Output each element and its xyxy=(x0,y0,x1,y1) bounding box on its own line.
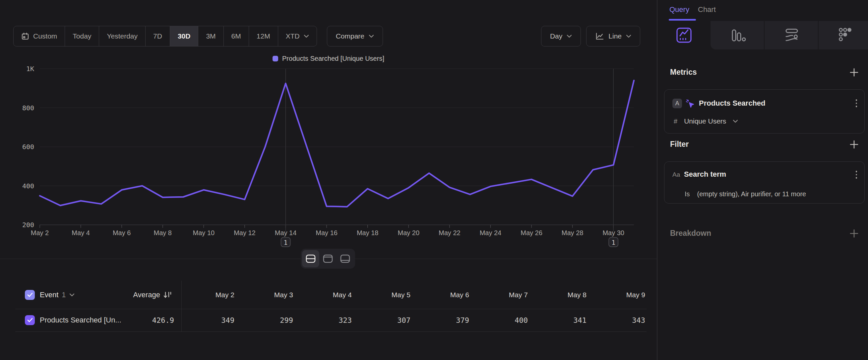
date-range-7d[interactable]: 7D xyxy=(145,26,170,46)
svg-text:May 4: May 4 xyxy=(72,229,90,237)
date-range-label: XTD xyxy=(286,32,300,40)
plus-icon xyxy=(849,67,859,77)
column-header-may-8[interactable]: May 8 xyxy=(528,291,587,299)
tab-retention[interactable] xyxy=(818,21,868,50)
metrics-section-title: Metrics xyxy=(670,68,697,77)
event-count: 1 xyxy=(62,290,66,299)
cell-value: 307 xyxy=(352,316,410,325)
metric-name: Products Searched xyxy=(699,99,766,108)
filter-property-name: Search term xyxy=(684,170,726,179)
filter-section-title: Filter xyxy=(670,140,689,149)
svg-text:May 26: May 26 xyxy=(521,229,542,237)
metric-card[interactable]: A Products Searched # Unique Users xyxy=(664,89,865,134)
row-values: 349299323307379400341343 xyxy=(176,316,645,325)
event-header[interactable]: Event 1 xyxy=(40,290,74,299)
add-metric-button[interactable] xyxy=(849,67,859,77)
filter-card[interactable]: Aa Search term Is (empty string), Air pu… xyxy=(664,161,865,203)
annotation-marker[interactable]: 1 xyxy=(281,238,290,247)
icon-tab-divider xyxy=(764,21,765,50)
svg-text:May 10: May 10 xyxy=(193,229,215,237)
check-icon xyxy=(27,318,33,323)
column-header-may-4[interactable]: May 4 xyxy=(293,291,352,299)
metric-menu-button[interactable] xyxy=(852,98,861,108)
svg-text:200: 200 xyxy=(22,221,34,229)
svg-text:800: 800 xyxy=(22,104,34,112)
layout-chart-only-button[interactable] xyxy=(319,250,337,267)
metric-letter-badge: A xyxy=(672,99,682,108)
date-range-yesterday[interactable]: Yesterday xyxy=(99,26,145,46)
main-panel: CustomTodayYesterday7D30D3M6M12MXTD Comp… xyxy=(0,0,657,360)
check-icon xyxy=(27,293,33,297)
column-header-may-6[interactable]: May 6 xyxy=(410,291,469,299)
date-range-12m[interactable]: 12M xyxy=(249,26,278,46)
row-checkbox[interactable] xyxy=(25,315,35,325)
svg-text:1: 1 xyxy=(284,239,287,246)
svg-text:May 6: May 6 xyxy=(113,229,131,237)
layout-table-only-button[interactable] xyxy=(337,250,354,267)
top-panel-icon xyxy=(322,254,333,264)
column-header-may-2[interactable]: May 2 xyxy=(176,291,235,299)
compare-button[interactable]: Compare xyxy=(327,26,383,47)
granularity-button[interactable]: Day xyxy=(541,26,581,47)
cell-value: 400 xyxy=(469,316,528,325)
chart-type-button[interactable]: Line xyxy=(586,26,640,47)
svg-text:May 28: May 28 xyxy=(562,229,584,237)
date-range-label: 12M xyxy=(257,32,270,40)
date-range-control: CustomTodayYesterday7D30D3M6M12MXTD xyxy=(13,26,317,47)
svg-text:May 18: May 18 xyxy=(357,229,379,237)
svg-text:May 2: May 2 xyxy=(31,229,49,237)
tab-flows[interactable] xyxy=(765,21,818,50)
table-header: Event 1 Average May 2May 3May 4May 5May … xyxy=(0,281,657,309)
tab-bar-chart[interactable] xyxy=(711,21,764,50)
svg-text:May 16: May 16 xyxy=(316,229,338,237)
add-breakdown-button[interactable] xyxy=(849,228,859,239)
tab-query[interactable]: Query xyxy=(670,5,689,14)
date-range-today[interactable]: Today xyxy=(65,26,99,46)
query-sidebar: Query Chart xyxy=(657,0,868,360)
filter-menu-button[interactable] xyxy=(852,170,861,180)
column-header-may-5[interactable]: May 5 xyxy=(352,291,410,299)
cell-value: 323 xyxy=(293,316,352,325)
layout-split-button[interactable] xyxy=(302,250,319,267)
date-range-label: 6M xyxy=(231,32,241,40)
aggregation-row[interactable]: # Unique Users xyxy=(674,117,738,125)
svg-text:400: 400 xyxy=(22,182,34,190)
number-type-icon: # xyxy=(674,117,677,125)
column-header-may-3[interactable]: May 3 xyxy=(235,291,293,299)
column-header-may-9[interactable]: May 9 xyxy=(587,291,645,299)
chart-legend[interactable]: Products Searched [Unique Users] xyxy=(0,55,657,62)
date-range-label: 30D xyxy=(178,32,191,40)
column-header-may-7[interactable]: May 7 xyxy=(469,291,528,299)
split-view-icon xyxy=(305,254,316,264)
sort-descending-icon[interactable] xyxy=(163,291,173,299)
date-range-3m[interactable]: 3M xyxy=(198,26,223,46)
line-chart[interactable]: 2004006008001KMay 2May 4May 6May 8May 10… xyxy=(0,63,657,256)
date-range-label: 3M xyxy=(206,32,216,40)
svg-text:May 20: May 20 xyxy=(398,229,420,237)
date-range-6m[interactable]: 6M xyxy=(223,26,249,46)
svg-text:1: 1 xyxy=(611,239,615,246)
flows-icon xyxy=(782,26,801,45)
chevron-down-icon xyxy=(567,34,572,38)
cell-value: 349 xyxy=(176,316,235,325)
select-all-checkbox[interactable] xyxy=(25,290,35,300)
chevron-down-icon xyxy=(626,34,631,38)
plus-icon xyxy=(849,139,859,149)
series-line[interactable] xyxy=(40,80,634,206)
date-range-xtd[interactable]: XTD xyxy=(278,26,317,46)
bottom-panel-icon xyxy=(340,254,350,264)
compare-label: Compare xyxy=(336,32,364,40)
insights-chart-icon xyxy=(674,26,693,45)
average-header[interactable]: Average xyxy=(93,290,160,299)
filter-condition[interactable]: Is (empty string), Air purifier, or 11 m… xyxy=(685,190,806,198)
tab-chart[interactable]: Chart xyxy=(698,5,716,14)
add-filter-button[interactable] xyxy=(849,139,859,149)
date-range-label: Yesterday xyxy=(107,32,137,40)
table-row[interactable]: Products Searched [Un... 426.9 349299323… xyxy=(0,309,657,331)
tab-insights[interactable] xyxy=(657,21,711,50)
filter-value: (empty string), Air purifier, or 11 more xyxy=(697,190,806,198)
date-range-30d[interactable]: 30D xyxy=(170,26,198,46)
date-range-custom[interactable]: Custom xyxy=(13,26,65,46)
date-column-headers: May 2May 3May 4May 5May 6May 7May 8May 9 xyxy=(176,291,645,299)
annotation-marker[interactable]: 1 xyxy=(609,238,618,247)
